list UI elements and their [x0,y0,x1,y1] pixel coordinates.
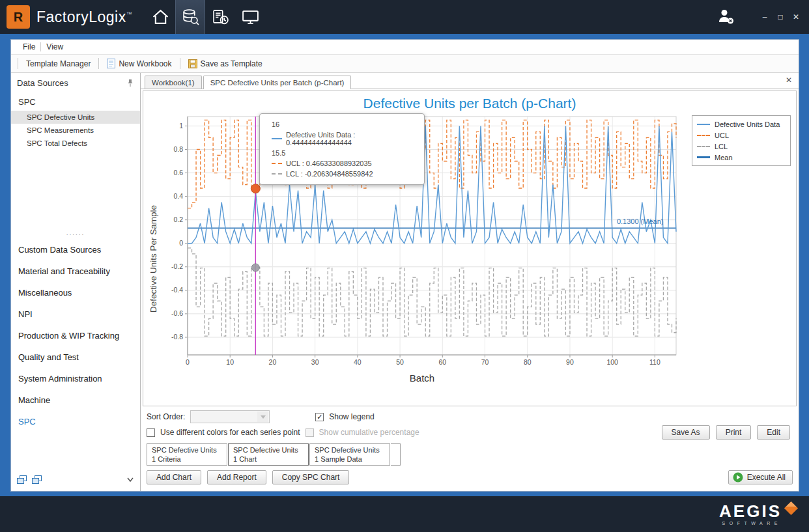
add-buttons: Add ChartAdd ReportCopy SPC Chart [147,470,349,484]
legend-label-ucl: UCL [715,132,729,139]
mean-value-label: 0.1300 (Mean) [617,217,664,225]
new-workbook-label: New Workbook [119,59,171,68]
new-workbook-button[interactable]: New Workbook [103,57,175,70]
use-different-colors-checkbox[interactable] [147,428,155,437]
chart-controls: Sort Order: Show legend Use different co… [143,406,797,441]
sidebar-footer [11,471,140,491]
svg-text:10: 10 [226,358,234,366]
lcl-series-sample [272,173,282,175]
svg-text:40: 40 [354,358,362,366]
svg-text:70: 70 [481,358,489,366]
tab-workbook-1[interactable]: Workbook(1) [145,76,202,89]
ucl-series-sample [272,163,282,164]
save-as-button[interactable]: Save As [662,425,710,440]
svg-text:0.4: 0.4 [173,192,183,200]
document-area: Defective Units per Batch (p-Chart) Defe… [141,89,799,491]
sidebar-category-material-and-traceability[interactable]: Material and Traceability [11,260,140,282]
spc-chart-panel: Defective Units per Batch (p-Chart) Defe… [143,91,797,406]
controls-row-1: Sort Order: Show legend [147,409,793,425]
toolbar-separator [98,58,99,69]
sidebar-category-npi[interactable]: NPI [11,303,140,325]
x-axis-label: Batch [410,372,434,386]
menu-file[interactable]: File [18,42,40,51]
pin-icon[interactable] [126,79,134,87]
svg-text:100: 100 [606,358,618,366]
subtab-spc-defective-units-1-chart[interactable]: SPC Defective Units 1 Chart [228,443,309,466]
add-chart-button[interactable]: Add Chart [147,470,201,484]
show-legend-checkbox[interactable] [315,413,324,421]
sidebar-category-spc[interactable]: SPC [11,411,140,432]
new-workbook-icon [107,59,115,68]
sidebar-group-spc[interactable]: SPC [11,92,140,111]
y-axis-label: Defective Units Per Sample [146,111,162,406]
sidebar-category-machine[interactable]: Machine [11,389,140,411]
execute-all-label: Execute All [747,473,786,482]
legend-sample-lcl [697,146,710,147]
svg-text:80: 80 [524,358,532,366]
minimize-button[interactable]: – [757,10,773,24]
sort-order-select[interactable] [190,410,270,423]
tooltip-group-2: 15.5 [266,148,418,158]
plot-area: 10.80.60.40.20-0.2-0.4-0.6-0.80102030405… [162,111,683,406]
chart-title: Defective Units per Batch (p-Chart) [143,91,796,111]
aegis-software-label: SOFTWARE [719,521,782,525]
tab-spc-defective-units-per-batch-p-chart[interactable]: SPC Defective Units per Batch (p-Chart) [203,76,352,89]
chart-action-buttons: Save As Print Edit [662,425,790,440]
sidebar-item-spc-defective-units[interactable]: SPC Defective Units [11,111,140,124]
sidebar-category-quality-and-test[interactable]: Quality and Test [11,346,140,368]
subtab-spc-defective-units-1-criteria[interactable]: SPC Defective Units 1 Criteria [147,443,227,466]
save-as-template-button[interactable]: Save as Template [184,58,266,70]
tooltip-line-lcl: LCL : -0.206304848559842 [266,169,418,179]
tooltip-group-1: 16 [266,119,418,130]
template-manager-button[interactable]: Template Manager [22,58,94,70]
user-logout-icon[interactable] [717,7,735,27]
svg-text:-0.2: -0.2 [171,262,183,270]
close-tab-icon[interactable]: ✕ [786,76,792,85]
database-search-icon[interactable] [175,0,205,34]
trademark: ™ [126,11,133,18]
chart-row: Defective Units Per Sample 10.80.60.40.2… [143,111,796,406]
sidebar-divider-dots: ...... [11,227,140,239]
show-legend-label[interactable]: Show legend [329,412,374,421]
close-button[interactable]: ✕ [788,10,804,24]
menu-view[interactable]: View [41,42,68,51]
chart-legend: Defective Units DataUCLLCLMean [692,115,791,166]
cascade-windows-icon[interactable] [17,475,27,484]
toolbar-separator [18,58,18,69]
print-button[interactable]: Print [716,425,752,440]
aegis-brand: AEGIS [719,501,782,521]
sidebar-category-production-wip-tracking[interactable]: Production & WIP Tracking [11,325,140,346]
copy-spc-chart-button[interactable]: Copy SPC Chart [272,470,350,484]
monitor-icon[interactable] [235,0,265,34]
sidebar-category-miscellaneous[interactable]: Miscellaneous [11,282,140,303]
save-as-template-label: Save as Template [201,59,263,68]
edit-button[interactable]: Edit [757,425,790,440]
titlebar: R FactoryLogix™ – □ ✕ [0,0,809,34]
svg-text:30: 30 [311,358,319,366]
sidebar-category-custom-data-sources[interactable]: Custom Data Sources [11,239,140,260]
data-sources-panel: Data Sources SPC SPC Defective UnitsSPC … [11,73,141,491]
execute-all-button[interactable]: Execute All [728,470,793,484]
data-sources-header: Data Sources [11,73,140,92]
svg-text:110: 110 [649,358,660,366]
app-title: FactoryLogix™ [36,8,132,26]
subtab-spc-defective-units-1-sample-data[interactable]: SPC Defective Units 1 Sample Data [309,443,390,466]
toolbar-separator [180,58,180,69]
use-different-colors-label[interactable]: Use different colors for each series poi… [160,428,300,437]
add-report-button[interactable]: Add Report [207,470,266,484]
sidebar-item-spc-measurements[interactable]: SPC Measurements [11,124,140,137]
svg-text:0: 0 [186,358,190,366]
clipboard-clock-icon[interactable] [205,0,235,34]
tile-windows-icon[interactable] [32,475,42,484]
collapse-chevron-icon[interactable] [126,475,134,484]
svg-text:50: 50 [396,358,404,366]
sidebar-item-spc-total-defects[interactable]: SPC Total Defects [11,137,140,150]
sidebar-category-system-administration[interactable]: System Administration [11,368,140,389]
legend-label-mean: Mean [715,154,733,161]
workarea: Workbook(1)SPC Defective Units per Batch… [141,73,799,491]
home-icon[interactable] [145,0,175,34]
svg-text:0.2: 0.2 [173,216,183,223]
sidebar-category-list: Custom Data SourcesMaterial and Traceabi… [11,239,140,432]
maximize-button[interactable]: □ [773,10,788,24]
sidebar-spacer [11,150,140,227]
